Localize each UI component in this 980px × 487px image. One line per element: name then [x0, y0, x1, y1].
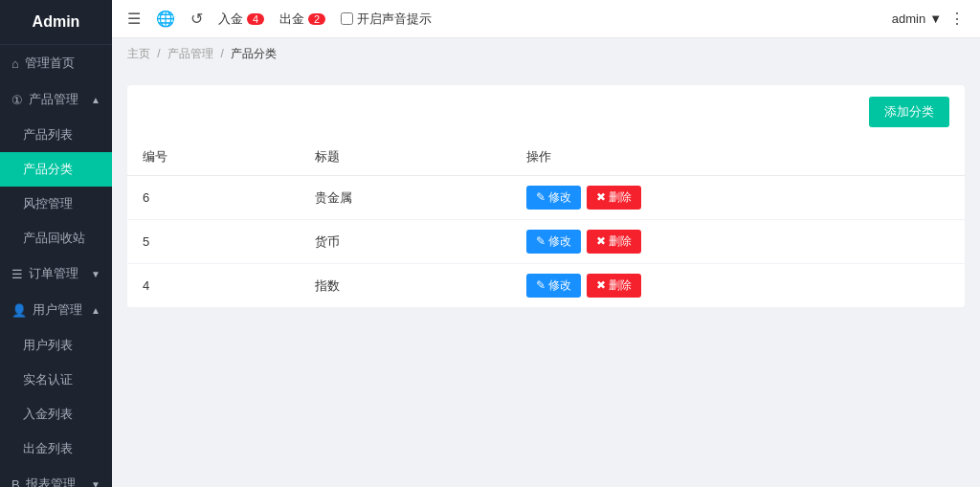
sidebar-logo: Admin [0, 0, 112, 45]
sidebar-item-inbound-list[interactable]: 入金列表 [0, 397, 112, 432]
main-content: ☰ 🌐 ↺ 入金 4 出金 2 开启声音提示 admin ▼ ⋮ [112, 0, 980, 487]
product-arrow-icon: ▲ [91, 95, 100, 105]
inbound-badge[interactable]: 入金 4 [218, 11, 264, 28]
sidebar-item-real-name[interactable]: 实名认证 [0, 363, 112, 397]
user-section-icon: 👤 [11, 303, 27, 318]
more-icon[interactable]: ⋮ [949, 10, 965, 28]
sidebar-item-real-name-label: 实名认证 [23, 371, 73, 388]
sidebar-item-report-label: 报表管理 [26, 476, 76, 487]
delete-button[interactable]: ✖ 删除 [587, 186, 641, 210]
delete-button[interactable]: ✖ 删除 [587, 230, 641, 254]
user-info[interactable]: admin ▼ [892, 11, 942, 26]
cell-title: 指数 [300, 264, 511, 308]
col-header-title: 标题 [300, 139, 511, 176]
globe-icon[interactable]: 🌐 [156, 10, 175, 28]
home-icon: ⌂ [11, 56, 19, 71]
outbound-count: 2 [308, 13, 325, 25]
user-dropdown-icon: ▼ [929, 11, 942, 26]
sidebar-item-risk-control[interactable]: 风控管理 [0, 187, 112, 221]
sidebar-item-report[interactable]: B 报表管理 ▼ [0, 466, 112, 487]
col-header-id: 编号 [127, 139, 300, 176]
sidebar-item-order-label: 订单管理 [29, 265, 78, 282]
sidebar-item-user-list-label: 用户列表 [23, 337, 73, 354]
sidebar-item-home[interactable]: ⌂ 管理首页 [0, 45, 112, 81]
sidebar-item-product-label: 产品管理 [29, 91, 78, 108]
sidebar-item-inbound-list-label: 入金列表 [23, 406, 73, 423]
cell-id: 4 [127, 264, 300, 308]
inbound-count: 4 [247, 13, 264, 25]
sidebar-item-product-review[interactable]: 产品回收站 [0, 221, 112, 255]
breadcrumb-parent[interactable]: 产品管理 [167, 47, 213, 60]
order-icon: ☰ [11, 267, 23, 281]
sidebar-item-outbound-list-label: 出金列表 [23, 440, 73, 457]
user-arrow-icon: ▲ [91, 305, 100, 316]
sidebar-item-product-category-label: 产品分类 [23, 161, 73, 178]
delete-button[interactable]: ✖ 删除 [587, 274, 641, 298]
outbound-badge[interactable]: 出金 2 [279, 11, 325, 28]
cell-id: 6 [127, 176, 300, 220]
sidebar: Admin ⌂ 管理首页 ① 产品管理 ▲ 产品列表 产品分类 风控管理 产品回… [0, 0, 112, 487]
sidebar-item-product-review-label: 产品回收站 [23, 230, 85, 247]
notice-checkbox[interactable] [341, 12, 353, 25]
sidebar-item-outbound-list[interactable]: 出金列表 [0, 432, 112, 466]
edit-button[interactable]: ✎ 修改 [526, 274, 581, 298]
inbound-label: 入金 [218, 11, 243, 28]
product-icon: ① [11, 93, 23, 107]
cell-action: ✎ 修改✖ 删除 [511, 264, 965, 308]
breadcrumb-sep2: / [220, 47, 223, 60]
notice-label: 开启声音提示 [357, 11, 432, 28]
add-category-button[interactable]: 添加分类 [869, 97, 949, 127]
topbar-right: admin ▼ ⋮ [892, 10, 965, 28]
sidebar-item-user[interactable]: 👤 用户管理 ▲ [0, 292, 112, 328]
cell-id: 5 [127, 220, 300, 264]
cell-action: ✎ 修改✖ 删除 [511, 220, 965, 264]
sidebar-item-risk-control-label: 风控管理 [23, 195, 73, 212]
table-card: 添加分类 编号 标题 操作 6贵金属✎ 修改✖ 删除5货币✎ 修改✖ 删除4指数… [127, 85, 965, 307]
col-header-action: 操作 [511, 139, 965, 176]
sidebar-item-home-label: 管理首页 [25, 55, 75, 72]
sidebar-item-order[interactable]: ☰ 订单管理 ▼ [0, 255, 112, 292]
edit-button[interactable]: ✎ 修改 [526, 230, 581, 254]
cell-title: 贵金属 [300, 176, 511, 220]
cell-title: 货币 [300, 220, 511, 264]
content-area: 添加分类 编号 标题 操作 6贵金属✎ 修改✖ 删除5货币✎ 修改✖ 删除4指数… [112, 70, 980, 487]
outbound-label: 出金 [279, 11, 304, 28]
user-label: admin [892, 11, 925, 26]
topbar: ☰ 🌐 ↺ 入金 4 出金 2 开启声音提示 admin ▼ ⋮ [112, 0, 980, 38]
cell-action: ✎ 修改✖ 删除 [511, 176, 965, 220]
sidebar-item-product[interactable]: ① 产品管理 ▲ [0, 81, 112, 118]
report-arrow-icon: ▼ [91, 479, 100, 488]
notice-checkbox-label[interactable]: 开启声音提示 [341, 11, 432, 28]
table-header-row: 编号 标题 操作 [127, 139, 965, 176]
category-table: 编号 标题 操作 6贵金属✎ 修改✖ 删除5货币✎ 修改✖ 删除4指数✎ 修改✖… [127, 139, 965, 307]
menu-toggle-icon[interactable]: ☰ [127, 10, 141, 28]
topbar-left: ☰ 🌐 ↺ 入金 4 出金 2 开启声音提示 [127, 10, 432, 28]
report-icon: B [11, 477, 20, 488]
edit-button[interactable]: ✎ 修改 [526, 186, 581, 210]
sidebar-item-product-list[interactable]: 产品列表 [0, 118, 112, 152]
order-arrow-icon: ▼ [91, 269, 100, 279]
breadcrumb-home[interactable]: 主页 [127, 47, 150, 60]
breadcrumb: 主页 / 产品管理 / 产品分类 [112, 38, 980, 70]
table-row: 6贵金属✎ 修改✖ 删除 [127, 176, 965, 220]
table-toolbar: 添加分类 [127, 85, 965, 139]
breadcrumb-sep1: / [157, 47, 160, 60]
table-row: 5货币✎ 修改✖ 删除 [127, 220, 965, 264]
sidebar-item-product-list-label: 产品列表 [23, 126, 73, 144]
sidebar-item-user-label: 用户管理 [33, 301, 82, 319]
sidebar-item-user-list[interactable]: 用户列表 [0, 328, 112, 363]
sidebar-item-product-category[interactable]: 产品分类 [0, 152, 112, 187]
refresh-icon[interactable]: ↺ [190, 10, 203, 28]
breadcrumb-current: 产品分类 [231, 47, 277, 60]
table-body: 6贵金属✎ 修改✖ 删除5货币✎ 修改✖ 删除4指数✎ 修改✖ 删除 [127, 176, 965, 308]
table-row: 4指数✎ 修改✖ 删除 [127, 264, 965, 308]
